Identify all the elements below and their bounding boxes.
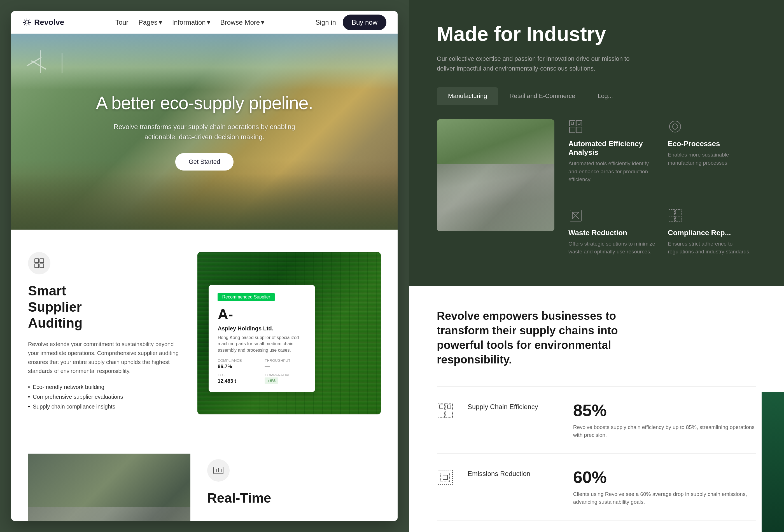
realtime-section: Real-Time: [11, 437, 398, 521]
nav-browse-more[interactable]: Browse More ▾: [220, 19, 264, 26]
supplier-grade: A-: [218, 306, 306, 323]
tab-logistics[interactable]: Log...: [586, 87, 624, 105]
feature-desc-1: Automated tools efficiently identify and…: [568, 160, 656, 184]
smart-supplier-title: SmartSupplierAuditing: [28, 283, 180, 331]
smart-supplier-section: SmartSupplierAuditing Revolve extends yo…: [11, 230, 398, 437]
industry-photo: [437, 119, 554, 231]
co2-value: 12,483 t: [218, 378, 259, 384]
svg-rect-19: [569, 120, 575, 126]
realtime-content: Real-Time: [207, 454, 381, 515]
logo[interactable]: Revolve: [22, 18, 64, 27]
stats-section: Revolve empowers businesses to transform…: [409, 286, 784, 532]
hero-title: A better eco-supply pipeline.: [96, 93, 313, 113]
stats-headline: Revolve empowers businesses to transform…: [437, 309, 661, 367]
stat-number-2: 60%: [573, 468, 756, 487]
tab-retail[interactable]: Retail and E-Commerce: [498, 87, 586, 105]
stat-emissions: Emissions Reduction 60% Clients using Re…: [437, 453, 756, 520]
company-desc: Hong Kong based supplier of specialized …: [218, 335, 306, 353]
svg-rect-40: [438, 470, 452, 485]
hero-section: A better eco-supply pipeline. Revolve tr…: [11, 34, 398, 230]
co2-metric: CO₂ 12,483 t: [218, 373, 259, 384]
bullet-item: Eco-friendly network building: [28, 384, 180, 390]
feature-title-1: Automated Efficiency Analysis: [568, 139, 656, 157]
industry-image: [437, 119, 554, 231]
stat-desc-2: Clients using Revolve see a 60% average …: [573, 490, 756, 506]
stat-supply-chain: Supply Chain Efficiency 85% Revolve boos…: [437, 386, 756, 453]
stat-number-1: 85%: [573, 401, 756, 420]
bullet-item: Comprehensive supplier evaluations: [28, 394, 180, 400]
svg-rect-24: [578, 122, 580, 124]
section-left: SmartSupplierAuditing Revolve extends yo…: [28, 252, 180, 413]
industry-tabs: Manufacturing Retail and E-Commerce Log.…: [437, 87, 756, 105]
feature-title-4: Compliance Rep...: [668, 228, 756, 237]
company-name: Aspley Holdings Ltd.: [218, 325, 306, 332]
bullet-item: Supply chain compliance insights: [28, 403, 180, 410]
recommended-badge: Recommended Supplier: [218, 293, 275, 301]
feature-eco-processes: Eco-Processes Enables more sustainable m…: [668, 119, 756, 184]
brand-name: Revolve: [34, 18, 64, 27]
svg-rect-33: [676, 216, 681, 222]
feature-automated-efficiency: Automated Efficiency Analysis Automated …: [568, 119, 656, 184]
nav-links: Tour Pages ▾ Information ▾ Browse More ▾: [115, 19, 264, 26]
stat-right-1: 85% Revolve boosts supply chain efficien…: [573, 401, 756, 439]
navbar: Revolve Tour Pages ▾ Information ▾ Brows…: [11, 11, 398, 34]
section-right: Recommended Supplier A- Aspley Holdings …: [197, 252, 381, 414]
svg-rect-36: [438, 411, 445, 418]
get-started-button[interactable]: Get Started: [175, 153, 234, 170]
feature-waste-reduction: Waste Reduction Offers strategic solutio…: [568, 208, 656, 256]
comparative-label: COMPARATIVE: [264, 373, 306, 377]
svg-rect-35: [446, 403, 452, 410]
stat-label-2: Emissions Reduction: [468, 468, 559, 478]
website-mockup: Revolve Tour Pages ▾ Information ▾ Brows…: [11, 11, 398, 521]
compliance-value: 96.7%: [218, 364, 259, 370]
mfi-desc: Our collective expertise and passion for…: [437, 54, 633, 73]
compliance-label: COMPLIANCE: [218, 358, 259, 363]
nav-actions: Sign in Buy now: [315, 15, 386, 30]
buy-now-button[interactable]: Buy now: [343, 15, 386, 30]
stat-cost: Cost Reduction 40% Revolve's algorithms …: [437, 520, 756, 532]
svg-rect-22: [576, 127, 582, 133]
stat-desc-1: Revolve boosts supply chain efficiency b…: [573, 423, 756, 439]
svg-line-8: [24, 24, 25, 25]
svg-rect-38: [440, 405, 443, 408]
nav-pages[interactable]: Pages ▾: [139, 19, 162, 26]
comparative-badge: +6%: [264, 377, 278, 384]
bullet-list: Eco-friendly network building Comprehens…: [28, 384, 180, 410]
content-area: SmartSupplierAuditing Revolve extends yo…: [11, 230, 398, 521]
stat-label-1: Supply Chain Efficiency: [468, 401, 559, 411]
svg-rect-20: [576, 120, 582, 126]
industry-content: Automated Efficiency Analysis Automated …: [437, 119, 756, 269]
supplier-image: Recommended Supplier A- Aspley Holdings …: [197, 252, 381, 414]
svg-rect-23: [571, 122, 573, 124]
svg-line-6: [29, 24, 30, 25]
green-accent: [762, 392, 784, 532]
section-icon: [28, 252, 50, 274]
comparative-metric: COMPARATIVE +6%: [264, 373, 306, 384]
svg-rect-34: [438, 403, 445, 410]
signin-button[interactable]: Sign in: [315, 19, 336, 26]
throughput-value: —: [264, 364, 306, 370]
smart-supplier-desc: Revolve extends your commitment to susta…: [28, 340, 180, 375]
realtime-image: [28, 454, 190, 521]
feature-desc-3: Offers strategic solutions to minimize w…: [568, 240, 656, 256]
svg-line-5: [24, 20, 25, 21]
industry-features: Automated Efficiency Analysis Automated …: [568, 119, 756, 269]
svg-point-25: [670, 121, 681, 132]
nav-tour[interactable]: Tour: [115, 19, 129, 26]
co2-row: CO₂ 12,483 t COMPARATIVE +6%: [218, 373, 306, 384]
hero-content: A better eco-supply pipeline. Revolve tr…: [11, 34, 398, 230]
feature-title-3: Waste Reduction: [568, 228, 656, 237]
hero-subtitle: Revolve transforms your supply chain ope…: [106, 122, 302, 142]
stat-right-2: 60% Clients using Revolve see a 60% aver…: [573, 468, 756, 506]
made-for-industry: Made for Industry Our collective experti…: [409, 0, 784, 286]
nav-information[interactable]: Information ▾: [172, 19, 210, 26]
tab-manufacturing[interactable]: Manufacturing: [437, 87, 498, 105]
feature-desc-2: Enables more sustainable manufacturing p…: [668, 151, 756, 167]
compliance-metric: COMPLIANCE 96.7%: [218, 358, 259, 370]
mfi-title: Made for Industry: [437, 22, 756, 45]
svg-rect-37: [446, 411, 452, 418]
svg-line-7: [29, 20, 30, 21]
metrics-row: COMPLIANCE 96.7% THROUGHPUT —: [218, 358, 306, 370]
svg-rect-42: [443, 475, 447, 480]
throughput-label: THROUGHPUT: [264, 358, 306, 363]
